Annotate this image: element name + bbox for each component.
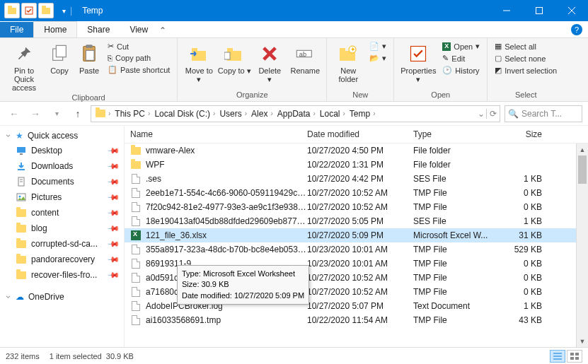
invert-icon: ◩ bbox=[495, 66, 502, 75]
delete-button[interactable]: Delete▾ bbox=[253, 40, 287, 83]
pin-icon: 📌 bbox=[106, 221, 120, 235]
quick-access-toolbar: ▾ | bbox=[0, 3, 75, 18]
svg-rect-34 bbox=[575, 353, 579, 356]
file-tooltip: Type: Microsoft Excel Worksheet Size: 30… bbox=[177, 265, 309, 305]
new-item-button[interactable]: 📄▾ bbox=[367, 41, 389, 52]
scroll-up-icon[interactable]: ▲ bbox=[577, 143, 588, 155]
new-folder-button[interactable]: ✦ New folder bbox=[331, 40, 365, 83]
pin-icon: 📌 bbox=[106, 206, 120, 219]
refresh-icon[interactable]: ⟳ bbox=[486, 109, 497, 119]
qat-folder-icon[interactable] bbox=[4, 3, 20, 18]
sidebar-item[interactable]: content📌 bbox=[1, 205, 122, 221]
col-date[interactable]: Date modified bbox=[307, 129, 413, 139]
breadcrumb[interactable]: › This PC› Local Disk (C:)› Users› Alex›… bbox=[91, 105, 500, 122]
folder-icon bbox=[16, 269, 27, 281]
table-row[interactable]: 2eeb1e71-554c-4c66-9060-059119429cbd... … bbox=[125, 186, 576, 200]
paste-button[interactable]: Paste bbox=[75, 40, 103, 75]
tab-home[interactable]: Home bbox=[33, 21, 77, 37]
nav-quick-access[interactable]: ★ Quick access bbox=[1, 129, 122, 143]
status-bar: 232 items 1 item selected 30.9 KB bbox=[0, 347, 588, 364]
svg-point-29 bbox=[19, 196, 21, 198]
sidebar-item[interactable]: Pictures📌 bbox=[1, 189, 122, 205]
back-button[interactable]: ← bbox=[6, 105, 23, 122]
table-row[interactable]: 7f20c942-81e2-4977-93e3-ae9c1f3e9384.t..… bbox=[125, 200, 576, 214]
invert-selection-button[interactable]: ◩Invert selection bbox=[492, 65, 560, 76]
sidebar-item[interactable]: blog📌 bbox=[1, 221, 122, 236]
svg-rect-23 bbox=[20, 153, 23, 155]
star-icon: ★ bbox=[16, 131, 23, 141]
search-input[interactable]: 🔍 Search T... bbox=[505, 105, 582, 122]
edit-button[interactable]: ✎Edit bbox=[439, 53, 483, 64]
table-row[interactable]: .ses 10/27/2020 4:42 PM SES File 1 KB bbox=[125, 172, 576, 186]
select-none-button[interactable]: ▢Select none bbox=[492, 53, 560, 64]
help-icon[interactable]: ? bbox=[571, 24, 582, 35]
up-button[interactable]: ↑ bbox=[69, 105, 86, 122]
sidebar-item[interactable]: Downloads📌 bbox=[1, 158, 122, 174]
group-label-clipboard: Clipboard bbox=[4, 92, 173, 104]
close-button[interactable] bbox=[555, 0, 588, 21]
table-row[interactable]: 355a8917-323a-48dc-b70b-bc8e4eb053d... 1… bbox=[125, 242, 576, 257]
desktop-icon bbox=[16, 145, 27, 156]
minimize-button[interactable] bbox=[490, 0, 523, 21]
vertical-scrollbar[interactable]: ▲ ▼ bbox=[576, 143, 588, 347]
table-row[interactable]: vmware-Alex 10/27/2020 4:50 PM File fold… bbox=[125, 143, 576, 158]
forward-button[interactable]: → bbox=[27, 105, 44, 122]
search-icon: 🔍 bbox=[508, 109, 519, 119]
column-headers[interactable]: Name Date modified Type Size bbox=[125, 126, 588, 143]
pin-to-quick-access-button[interactable]: Pin to Quick access bbox=[4, 40, 44, 92]
cut-button[interactable]: ✂Cut bbox=[105, 41, 173, 52]
rename-button[interactable]: ab Rename bbox=[288, 40, 322, 75]
svg-rect-8 bbox=[86, 45, 92, 48]
tab-share[interactable]: Share bbox=[77, 22, 120, 37]
titlebar: ▾ | Temp bbox=[0, 0, 588, 21]
col-size[interactable]: Size bbox=[505, 129, 555, 139]
sidebar-item[interactable]: pandorarecovery📌 bbox=[1, 252, 122, 267]
copy-to-button[interactable]: Copy to ▾ bbox=[217, 40, 251, 75]
qat-dropdown-icon[interactable]: ▾ bbox=[62, 7, 66, 15]
group-label-organize: Organize bbox=[182, 89, 322, 101]
svg-rect-14 bbox=[224, 52, 230, 59]
col-name[interactable]: Name bbox=[130, 129, 307, 139]
window-title: Temp bbox=[82, 6, 103, 16]
copy-button[interactable]: Copy bbox=[45, 40, 74, 75]
file-icon bbox=[130, 272, 142, 283]
svg-text:ab: ab bbox=[299, 51, 306, 58]
move-to-button[interactable]: Move to ▾ bbox=[182, 40, 216, 83]
tab-file[interactable]: File bbox=[0, 22, 33, 37]
paste-shortcut-button[interactable]: 📋Paste shortcut bbox=[105, 64, 173, 75]
open-button[interactable]: Open ▾ bbox=[439, 41, 483, 52]
qat-properties-icon[interactable] bbox=[21, 3, 37, 18]
large-icons-view-button[interactable] bbox=[567, 350, 582, 363]
scroll-down-icon[interactable]: ▼ bbox=[577, 335, 588, 347]
folder-icon bbox=[130, 159, 142, 170]
folder-icon bbox=[96, 110, 105, 117]
easy-access-button[interactable]: 📂▾ bbox=[367, 53, 389, 64]
qat-newfolder-icon[interactable] bbox=[38, 3, 54, 18]
ribbon-collapse-icon[interactable]: ⌃ bbox=[158, 25, 168, 35]
table-row[interactable]: WPF 10/22/2020 1:31 PM File folder bbox=[125, 158, 576, 172]
table-row[interactable]: ai16033568691.tmp 10/22/2020 11:54 AM TM… bbox=[125, 313, 576, 327]
table-row[interactable]: 121_file_36.xlsx 10/27/2020 5:09 PM Micr… bbox=[125, 228, 576, 242]
svg-rect-13 bbox=[227, 48, 233, 51]
select-all-button[interactable]: ▦Select all bbox=[492, 41, 560, 52]
maximize-button[interactable] bbox=[523, 0, 555, 21]
sidebar-item[interactable]: Documents📌 bbox=[1, 174, 122, 189]
table-row[interactable]: 18e190413af045db88dfded29609eb877.db... … bbox=[125, 214, 576, 228]
copy-path-button[interactable]: ⎘Copy path bbox=[105, 53, 173, 63]
breadcrumb-dropdown-icon[interactable]: ⌄ bbox=[478, 109, 485, 119]
col-type[interactable]: Type bbox=[413, 129, 505, 139]
sidebar-item[interactable]: Desktop📌 bbox=[1, 143, 122, 158]
pin-icon: 📌 bbox=[106, 268, 120, 281]
tab-view[interactable]: View bbox=[120, 22, 158, 37]
recent-dropdown-icon[interactable]: ▾ bbox=[48, 105, 65, 122]
nav-onedrive[interactable]: ☁ OneDrive bbox=[1, 290, 122, 304]
properties-button[interactable]: Properties▾ bbox=[398, 40, 438, 83]
file-icon bbox=[130, 315, 142, 326]
easyaccess-icon: 📂 bbox=[369, 54, 379, 63]
copypath-icon: ⎘ bbox=[108, 54, 113, 62]
sidebar-item[interactable]: recover-files-fro...📌 bbox=[1, 267, 122, 283]
folder-icon bbox=[16, 238, 27, 249]
history-button[interactable]: 🕑History bbox=[439, 65, 483, 76]
sidebar-item[interactable]: corrupted-sd-ca...📌 bbox=[1, 236, 122, 252]
details-view-button[interactable] bbox=[550, 350, 565, 363]
